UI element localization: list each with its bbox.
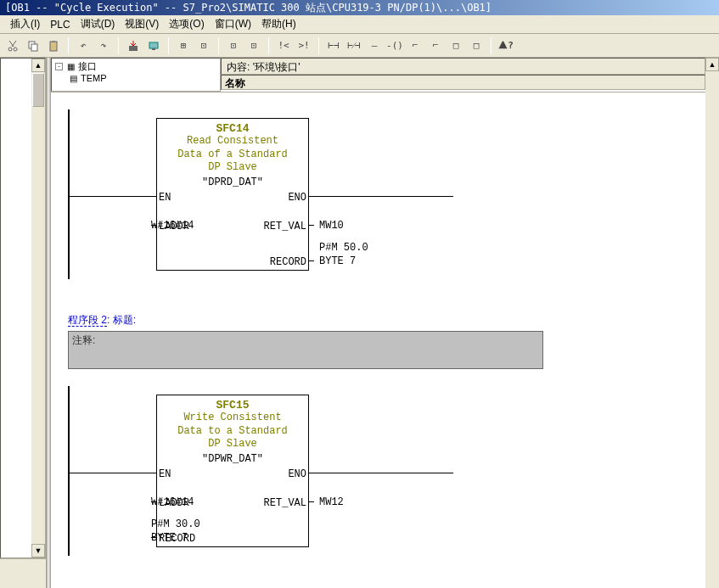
interface-icon: ▦ (65, 61, 76, 71)
menu-window[interactable]: 窗口(W) (210, 15, 256, 33)
main-scrollbar[interactable]: ▲ (705, 58, 719, 588)
segment-label: 程序段 2 (68, 314, 107, 327)
network-1: SFC14 Read ConsistentData of a StandardD… (68, 118, 697, 271)
closed-contact-button[interactable]: ⊢⁄⊣ (345, 36, 363, 55)
block2-button[interactable]: □ (467, 36, 486, 55)
pin-en: EN (159, 192, 171, 204)
filter-button[interactable]: >! (295, 36, 313, 55)
content-header: 内容: '环境\接口' (221, 58, 705, 75)
monitor-button[interactable] (144, 36, 163, 55)
block-symname: "DPWR_DAT" (157, 451, 308, 470)
open-contact-button[interactable]: ⊢⊣ (324, 36, 343, 55)
menu-plc[interactable]: PLC (45, 17, 75, 32)
network-2: 程序段 2: 标题: 注释: SFC15 Write ConsistentDat… (68, 305, 697, 547)
record-output-target2[interactable]: BYTE 7 (319, 255, 356, 267)
retval-output-target[interactable]: MW12 (319, 496, 344, 508)
left-rail (68, 109, 70, 279)
force-button[interactable]: ⊡ (244, 36, 263, 55)
scroll-up-button[interactable]: ▲ (705, 58, 719, 71)
scroll-down-button[interactable]: ▼ (31, 544, 45, 557)
block-desc: Write ConsistentData to a StandardDP Sla… (157, 412, 308, 451)
menu-view[interactable]: 视图(V) (120, 15, 164, 33)
download-button[interactable] (124, 36, 143, 55)
help-context-button[interactable]: ⯅? (497, 36, 515, 55)
svg-rect-8 (152, 48, 155, 50)
tree-expand-icon[interactable]: - (55, 63, 63, 70)
pin-record: RECORD (270, 256, 306, 268)
pin-eno: ENO (288, 468, 306, 480)
block-name: SFC14 (157, 119, 308, 135)
cut-button[interactable] (3, 36, 22, 55)
block-symname: "DPRD_DAT" (157, 175, 308, 193)
svg-rect-7 (149, 42, 158, 48)
svg-rect-5 (52, 41, 55, 42)
undo-button[interactable]: ↶ (74, 36, 93, 55)
ladder-editor[interactable]: SFC14 Read ConsistentData of a StandardD… (51, 92, 705, 588)
branch-button[interactable]: ⌐ (406, 36, 424, 55)
tree-root-label: 接口 (78, 60, 97, 73)
svg-rect-4 (50, 42, 57, 51)
toolbar: ↶ ↷ ⊞ ⊡ ⊡ ⊡ !< >! ⊢⊣ ⊢⁄⊣ — -() ⌐ ⌐ □ □ ⯅… (0, 34, 719, 58)
tree-child-label: TEMP (81, 73, 107, 83)
block-name: SFC15 (157, 395, 308, 412)
menu-options[interactable]: 选项(O) (164, 15, 209, 33)
pin-en: EN (159, 468, 171, 480)
menu-insert[interactable]: 插入(I) (5, 15, 45, 33)
menu-help[interactable]: 帮助(H) (256, 15, 301, 33)
pin-retval: RET_VAL (264, 221, 306, 232)
filter-not-button[interactable]: !< (274, 36, 293, 55)
paste-button[interactable] (44, 36, 63, 55)
network-comment-box[interactable]: 注释: (68, 331, 543, 369)
hline-button[interactable]: — (365, 36, 384, 55)
symbols-button[interactable]: ⊡ (194, 36, 213, 55)
svg-rect-6 (129, 46, 138, 51)
scroll-up-button[interactable]: ▲ (31, 59, 45, 72)
window-title: [OB1 -- "Cycle Execution" -- S7_Pro2\SIM… (0, 0, 719, 15)
temp-icon: ▤ (67, 73, 79, 83)
ref-button[interactable]: ⊞ (174, 36, 193, 55)
left-bottom-panel (0, 558, 46, 588)
segment-title: : 标题: (107, 314, 136, 326)
scroll-thumb[interactable] (32, 73, 44, 107)
record-output-target1[interactable]: P#M 50.0 (319, 242, 368, 254)
name-column-header[interactable]: 名称 (221, 75, 705, 90)
network-header[interactable]: 程序段 2: 标题: (68, 313, 136, 329)
left-rail (68, 386, 70, 556)
variable-button[interactable]: ⊡ (224, 36, 243, 55)
redo-button[interactable]: ↷ (94, 36, 113, 55)
copy-button[interactable] (24, 36, 42, 55)
pin-eno: ENO (288, 192, 306, 204)
svg-point-1 (14, 48, 17, 51)
menu-debug[interactable]: 调试(D) (76, 15, 121, 33)
interface-tree[interactable]: - ▦ 接口 ▤ TEMP (51, 58, 221, 92)
block-desc: Read ConsistentData of a StandardDP Slav… (157, 135, 308, 175)
retval-output-target[interactable]: MW10 (319, 220, 344, 232)
svg-point-0 (8, 48, 12, 51)
left-panel: ▲ ▼ (0, 58, 48, 588)
menubar: 插入(I) PLC 调试(D) 视图(V) 选项(O) 窗口(W) 帮助(H) (0, 15, 719, 34)
coil-button[interactable]: -() (385, 36, 404, 55)
block-button[interactable]: □ (447, 36, 465, 55)
pin-retval: RET_VAL (264, 497, 306, 509)
sfc14-block[interactable]: SFC14 Read ConsistentData of a StandardD… (156, 118, 309, 271)
svg-rect-3 (31, 44, 37, 51)
left-scrollbar[interactable]: ▲ ▼ (31, 59, 45, 557)
branch-close-button[interactable]: ⌐ (426, 36, 445, 55)
